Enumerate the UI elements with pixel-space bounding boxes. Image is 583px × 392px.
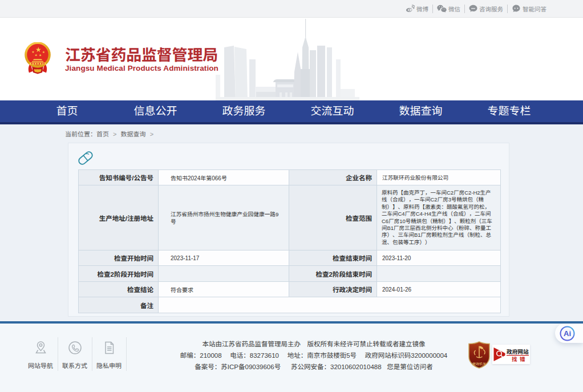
svg-text:党政机关: 党政机关 [472, 361, 486, 366]
svg-text:找错: 找错 [512, 355, 528, 363]
svg-text:政府网站: 政府网站 [507, 347, 529, 355]
svg-text:Ai: Ai [564, 329, 571, 338]
